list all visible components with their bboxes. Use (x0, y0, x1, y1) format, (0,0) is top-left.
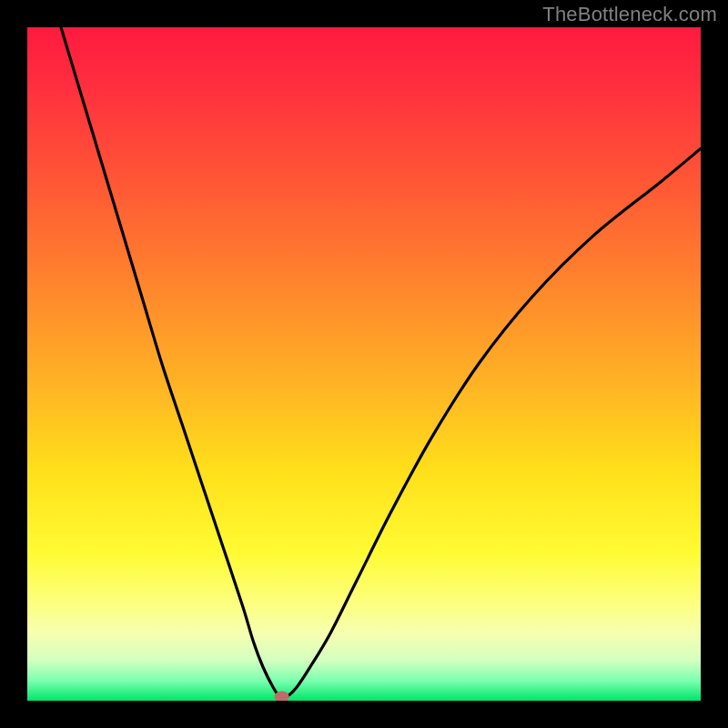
bottleneck-curve (61, 27, 701, 698)
plot-area (27, 27, 701, 701)
watermark-text: TheBottleneck.com (542, 3, 717, 26)
curve-layer (27, 27, 701, 701)
chart-frame: TheBottleneck.com (0, 0, 728, 728)
